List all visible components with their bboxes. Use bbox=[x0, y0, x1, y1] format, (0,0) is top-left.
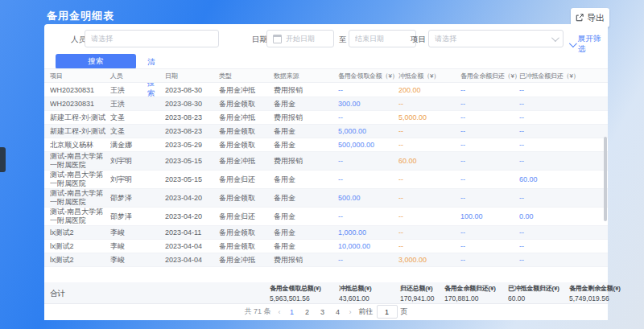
expand-filters-label: 展开筛选 bbox=[578, 34, 608, 55]
cell-offset-amount: 200.00 bbox=[398, 86, 460, 95]
cell-offset-return: -- bbox=[519, 113, 600, 122]
stat-label: 备用金领取总额(¥) bbox=[270, 284, 321, 293]
cell-date: 2023-04-04 bbox=[165, 242, 219, 251]
cell-offset-amount: 60.00 bbox=[398, 157, 460, 166]
cell-received-amount: -- bbox=[338, 212, 398, 221]
stat-value: 5,749,019.56 bbox=[569, 294, 621, 302]
stat-value: 170,941.00 bbox=[400, 294, 435, 302]
content-panel: 人员 日期 至 项目 请选择 展开筛选 搜索 清空搜索 项目人员日期类型数据来源… bbox=[44, 24, 608, 320]
cell-offset-return: -- bbox=[519, 86, 600, 95]
page-number-3[interactable]: 3 bbox=[319, 308, 327, 316]
date-end-picker[interactable] bbox=[349, 30, 416, 47]
cell-project: 北京顺义杨林 bbox=[50, 141, 110, 150]
cell-balance-return: -- bbox=[460, 141, 519, 150]
cell-offset-amount: -- bbox=[398, 212, 460, 221]
cell-offset-return: -- bbox=[519, 228, 600, 237]
cell-received-amount: 500.00 bbox=[338, 194, 398, 203]
date-start-picker[interactable] bbox=[266, 30, 334, 47]
cell-type: 备用金领取 bbox=[219, 141, 274, 150]
cell-person: 文圣 bbox=[110, 127, 165, 136]
cell-received-amount: 5,000.00 bbox=[338, 127, 398, 136]
cell-project: WH20230831 bbox=[50, 86, 110, 95]
cell-person: 李峻 bbox=[110, 228, 165, 237]
cell-date: 2023-04-11 bbox=[165, 228, 219, 237]
cell-project: 测试-南昌大学第一附属医院 bbox=[50, 208, 110, 225]
column-header: 人员 bbox=[110, 72, 165, 80]
chevron-down-icon bbox=[551, 34, 559, 42]
cell-balance-return: -- bbox=[460, 86, 519, 95]
cell-offset-amount: -- bbox=[398, 194, 460, 203]
summary-stat: 冲抵总额(¥) 43,601.00 bbox=[339, 284, 371, 302]
cell-source: 备用金 bbox=[274, 194, 338, 203]
expand-filters-link[interactable]: 展开筛选 bbox=[569, 34, 608, 55]
cell-offset-return: -- bbox=[519, 242, 600, 251]
cell-project: 测试-南昌大学第一附属医院 bbox=[50, 189, 110, 207]
cell-type: 备用金领取 bbox=[219, 242, 274, 251]
cell-source: 费用报销 bbox=[274, 86, 338, 95]
page-number-1[interactable]: 1 bbox=[288, 308, 296, 316]
cell-date: 2023-04-20 bbox=[165, 212, 219, 221]
column-header: 备用金余额归还（¥） bbox=[460, 72, 519, 80]
goto-page-input[interactable] bbox=[377, 305, 398, 319]
stat-value: 43,601.00 bbox=[339, 294, 371, 302]
cell-source: 备用金 bbox=[274, 228, 338, 237]
cell-type: 备用金归还 bbox=[219, 175, 274, 184]
table-row: 北京顺义杨林满金娜2023-05-29备用金领取备用金500,000.00---… bbox=[44, 138, 608, 152]
person-select[interactable] bbox=[85, 30, 219, 47]
goto-label: 前往 bbox=[359, 306, 374, 317]
page-number-4[interactable]: 4 bbox=[334, 308, 342, 316]
cell-person: 李峻 bbox=[110, 242, 165, 251]
cell-type: 备用金归还 bbox=[219, 212, 274, 221]
next-page-button[interactable]: › bbox=[349, 308, 352, 316]
cell-project: 新建工程-刘-测试 bbox=[50, 127, 110, 136]
cell-type: 备用金领取 bbox=[219, 127, 274, 136]
goto-page-group: 前往 页 bbox=[359, 305, 408, 319]
cell-offset-return: 0.00 bbox=[519, 212, 600, 221]
cell-offset-return: -- bbox=[519, 157, 600, 166]
date-start-input[interactable] bbox=[286, 35, 328, 43]
summary-label: 合计 bbox=[50, 289, 65, 299]
cell-project: 测试-南昌大学第一附属医院 bbox=[50, 171, 110, 188]
table-row: lx测试2李峻2023-04-04备用金领取备用金10,000.00------ bbox=[44, 240, 608, 253]
project-label: 项目 bbox=[411, 35, 426, 45]
cell-project: lx测试2 bbox=[50, 242, 110, 251]
cell-date: 2023-08-23 bbox=[165, 127, 219, 136]
cell-project: 测试-南昌大学第一附属医院 bbox=[50, 152, 110, 170]
column-header: 数据来源 bbox=[274, 72, 338, 80]
cell-person: 文圣 bbox=[110, 113, 165, 122]
column-header: 备用金领取金额（¥） bbox=[338, 72, 398, 80]
project-select[interactable]: 请选择 bbox=[428, 30, 564, 47]
cell-offset-amount: -- bbox=[398, 242, 460, 251]
search-button[interactable]: 搜索 bbox=[56, 54, 136, 69]
cell-balance-return: -- bbox=[460, 113, 519, 122]
cell-offset-return: -- bbox=[519, 100, 600, 109]
cell-date: 2023-04-20 bbox=[165, 194, 219, 203]
table-row: 测试-南昌大学第一附属医院刘宇明2023-05-15备用金冲抵费用报销--60.… bbox=[44, 152, 608, 171]
stat-value: 5,963,501.56 bbox=[270, 294, 321, 302]
table-row: 新建工程-刘-测试文圣2023-08-23备用金领取备用金5,000.00---… bbox=[44, 125, 608, 138]
person-input[interactable] bbox=[91, 35, 213, 43]
cell-person: 刘宇明 bbox=[110, 175, 165, 184]
cell-type: 备用金领取 bbox=[219, 100, 274, 109]
cell-date: 2023-05-29 bbox=[165, 141, 219, 150]
table-row: 新建工程-刘-测试文圣2023-08-23备用金冲抵费用报销--5,000.00… bbox=[44, 111, 608, 125]
table-body: WH20230831王洪2023-08-30备用金冲抵费用报销--200.00-… bbox=[44, 84, 608, 282]
table-scrollbar[interactable] bbox=[604, 137, 607, 221]
cell-source: 备用金 bbox=[274, 141, 338, 150]
sidebar-collapse-handle[interactable] bbox=[0, 147, 6, 172]
cell-date: 2023-08-30 bbox=[165, 86, 219, 95]
cell-person: 邵梦泽 bbox=[110, 212, 165, 221]
cell-offset-amount: -- bbox=[398, 175, 460, 184]
cell-received-amount: -- bbox=[338, 256, 398, 265]
cell-person: 刘宇明 bbox=[110, 157, 165, 166]
chevron-down-icon bbox=[569, 39, 577, 47]
summary-stat: 备用金剩余金额(¥) 5,749,019.56 bbox=[569, 284, 621, 302]
cell-date: 2023-08-30 bbox=[165, 100, 219, 109]
page-number-2[interactable]: 2 bbox=[303, 308, 312, 316]
date-end-input[interactable] bbox=[355, 35, 410, 43]
prev-page-button[interactable]: ‹ bbox=[279, 308, 281, 316]
cell-offset-return: -- bbox=[519, 194, 600, 203]
table-row: WH20230831王洪2023-08-30备用金领取备用金300.00----… bbox=[44, 97, 608, 111]
column-header: 日期 bbox=[165, 72, 219, 80]
stat-label: 备用金余额归还(¥) bbox=[444, 284, 496, 293]
